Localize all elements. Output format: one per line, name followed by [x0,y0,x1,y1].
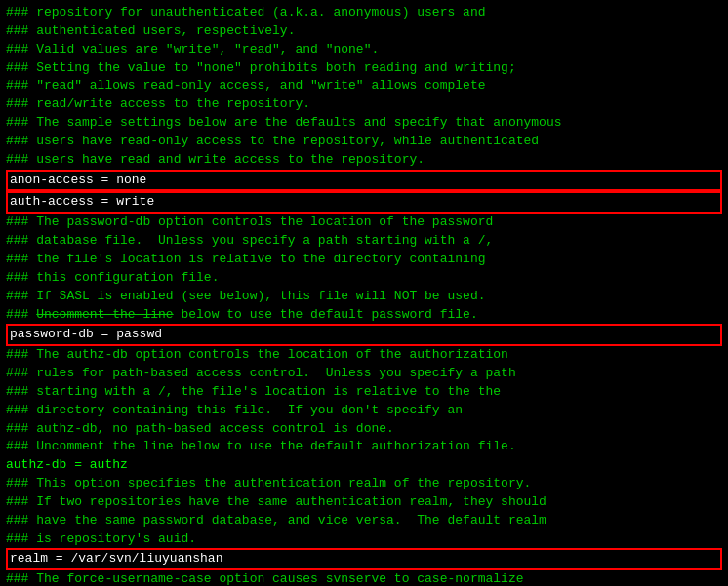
code-line: auth-access = write [6,191,722,214]
code-line: password-db = passwd [6,324,722,346]
code-line: ### repository for unauthenticated (a.k.… [6,4,722,22]
code-line: ### have the same password database, and… [6,512,722,530]
code-line: ### is repository's auid. [6,530,722,549]
code-line: ### This option specifies the authentica… [6,475,722,493]
code-line: ### "read" allows read-only access, and … [6,77,722,96]
code-line: ### The sample settings below are the de… [6,114,722,133]
code-line: ### The password-db option controls the … [6,214,722,232]
code-line: ### users have read-only access to the r… [6,133,722,151]
code-line: anon-access = none [6,170,722,192]
code-line: ### If SASL is enabled (see below), this… [6,288,722,306]
code-line: realm = /var/svn/liuyuanshan [6,548,722,570]
code-line: ### rules for path-based access control.… [6,365,722,383]
code-line: ### the file's location is relative to t… [6,251,722,269]
code-line: ### this configuration file. [6,269,722,288]
code-line: ### The force-username-case option cause… [6,570,722,586]
code-line: ### Setting the value to "none" prohibit… [6,59,722,78]
code-content: ### repository for unauthenticated (a.k.… [6,4,722,586]
code-line: ### authz-db, no path-based access contr… [6,420,722,439]
code-line: ### users have read and write access to … [6,151,722,170]
code-line: ### If two repositories have the same au… [6,493,722,512]
code-line: ### database file. Unless you specify a … [6,232,722,251]
code-line: ### authenticated users, respectively. [6,22,722,41]
code-line: ### The authz-db option controls the loc… [6,346,722,365]
terminal-window: ### repository for unauthenticated (a.k.… [0,0,728,586]
code-line: authz-db = authz [6,456,722,475]
code-line: ### starting with a /, the file's locati… [6,383,722,402]
code-line: ### directory containing this file. If y… [6,402,722,420]
code-line: ### read/write access to the repository. [6,96,722,114]
code-line: ### Uncomment the line below to use the … [6,306,722,325]
code-line: ### Uncomment the line below to use the … [6,438,722,456]
code-line: ### Valid values are "write", "read", an… [6,41,722,59]
